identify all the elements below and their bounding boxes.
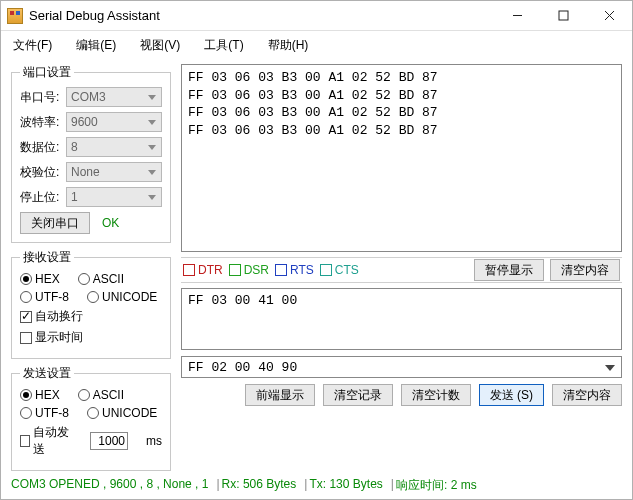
titlebar: Serial Debug Assistant	[1, 1, 632, 31]
action-row: 前端显示 清空记录 清空计数 发送 (S) 清空内容	[181, 384, 622, 406]
port-name-label: 串口号:	[20, 89, 66, 106]
status-tx-label: Tx:	[309, 477, 326, 491]
pause-display-button[interactable]: 暂停显示	[474, 259, 544, 281]
status-port: COM3 OPENED , 9600 , 8 , None , 1	[11, 477, 208, 494]
recv-unicode-label: UNICODE	[102, 290, 157, 304]
recv-hex-label: HEX	[35, 272, 60, 286]
databits-label: 数据位:	[20, 139, 66, 156]
maximize-button[interactable]	[540, 1, 586, 31]
menu-edit[interactable]: 编辑(E)	[76, 37, 116, 54]
close-button[interactable]	[586, 1, 632, 31]
status-rx-value: 506	[243, 477, 263, 491]
status-tx-unit: Bytes	[353, 477, 383, 491]
send-unicode-radio[interactable]	[87, 407, 99, 419]
recv-wrap-label: 自动换行	[35, 308, 83, 325]
recv-ascii-label: ASCII	[93, 272, 124, 286]
send-ascii-radio[interactable]	[78, 389, 90, 401]
status-resp-label: 响应时间:	[396, 478, 447, 492]
port-status-ok: OK	[102, 216, 119, 230]
recv-settings-group: 接收设置 HEX ASCII UTF-8 UNICODE 自动换行 显示时间	[11, 249, 171, 359]
status-rx-label: Rx:	[222, 477, 240, 491]
clear-tx-button[interactable]: 清空内容	[552, 384, 622, 406]
send-hex-radio[interactable]	[20, 389, 32, 401]
rts-checkbox[interactable]	[275, 264, 287, 276]
status-rx-unit: Bytes	[266, 477, 296, 491]
dsr-checkbox[interactable]	[229, 264, 241, 276]
auto-send-interval-input[interactable]	[90, 432, 128, 450]
rts-label: RTS	[290, 263, 314, 277]
send-hex-label: HEX	[35, 388, 60, 402]
recv-unicode-radio[interactable]	[87, 291, 99, 303]
recv-time-checkbox[interactable]	[20, 332, 32, 344]
dtr-label: DTR	[198, 263, 223, 277]
recv-wrap-checkbox[interactable]	[20, 311, 32, 323]
recv-utf8-radio[interactable]	[20, 291, 32, 303]
signal-row: DTR DSR RTS CTS 暂停显示 清空内容	[181, 257, 622, 283]
auto-send-checkbox[interactable]	[20, 435, 30, 447]
menu-tool[interactable]: 工具(T)	[204, 37, 243, 54]
baud-label: 波特率:	[20, 114, 66, 131]
port-settings-group: 端口设置 串口号: COM3 波特率: 9600 数据位: 8 校验位: Non…	[11, 64, 171, 243]
statusbar: COM3 OPENED , 9600 , 8 , None , 1 | Rx: …	[1, 473, 632, 498]
send-utf8-radio[interactable]	[20, 407, 32, 419]
dsr-label: DSR	[244, 263, 269, 277]
menu-file[interactable]: 文件(F)	[13, 37, 52, 54]
parity-label: 校验位:	[20, 164, 66, 181]
status-resp-value: 2	[451, 478, 458, 492]
status-tx-value: 130	[329, 477, 349, 491]
cts-checkbox[interactable]	[320, 264, 332, 276]
window-title: Serial Debug Assistant	[29, 8, 494, 23]
databits-combo[interactable]: 8	[66, 137, 162, 157]
stopbits-label: 停止位:	[20, 189, 66, 206]
rx-display[interactable]: FF 03 06 03 B3 00 A1 02 52 BD 87 FF 03 0…	[181, 64, 622, 252]
clear-log-button[interactable]: 清空记录	[323, 384, 393, 406]
send-button[interactable]: 发送 (S)	[479, 384, 544, 406]
send-legend: 发送设置	[20, 365, 74, 382]
close-port-button[interactable]: 关闭串口	[20, 212, 90, 234]
send-ascii-label: ASCII	[93, 388, 124, 402]
auto-send-unit: ms	[146, 434, 162, 448]
send-settings-group: 发送设置 HEX ASCII UTF-8 UNICODE 自动发送 ms	[11, 365, 171, 471]
port-legend: 端口设置	[20, 64, 74, 81]
send-utf8-label: UTF-8	[35, 406, 69, 420]
recv-legend: 接收设置	[20, 249, 74, 266]
menubar: 文件(F) 编辑(E) 视图(V) 工具(T) 帮助(H)	[1, 31, 632, 60]
recv-hex-radio[interactable]	[20, 273, 32, 285]
recv-ascii-radio[interactable]	[78, 273, 90, 285]
menu-view[interactable]: 视图(V)	[140, 37, 180, 54]
front-display-button[interactable]: 前端显示	[245, 384, 315, 406]
tx-input[interactable]: FF 03 00 41 00	[181, 288, 622, 350]
baud-combo[interactable]: 9600	[66, 112, 162, 132]
recv-time-label: 显示时间	[35, 329, 83, 346]
clear-count-button[interactable]: 清空计数	[401, 384, 471, 406]
app-icon	[7, 8, 23, 24]
send-history-combo[interactable]: FF 02 00 40 90	[181, 356, 622, 378]
minimize-button[interactable]	[494, 1, 540, 31]
port-name-combo[interactable]: COM3	[66, 87, 162, 107]
clear-rx-button[interactable]: 清空内容	[550, 259, 620, 281]
recv-utf8-label: UTF-8	[35, 290, 69, 304]
stopbits-combo[interactable]: 1	[66, 187, 162, 207]
send-unicode-label: UNICODE	[102, 406, 157, 420]
svg-rect-0	[559, 11, 568, 20]
menu-help[interactable]: 帮助(H)	[268, 37, 309, 54]
cts-label: CTS	[335, 263, 359, 277]
dtr-checkbox[interactable]	[183, 264, 195, 276]
parity-combo[interactable]: None	[66, 162, 162, 182]
status-resp-unit: ms	[461, 478, 477, 492]
auto-send-label: 自动发送	[33, 424, 72, 458]
